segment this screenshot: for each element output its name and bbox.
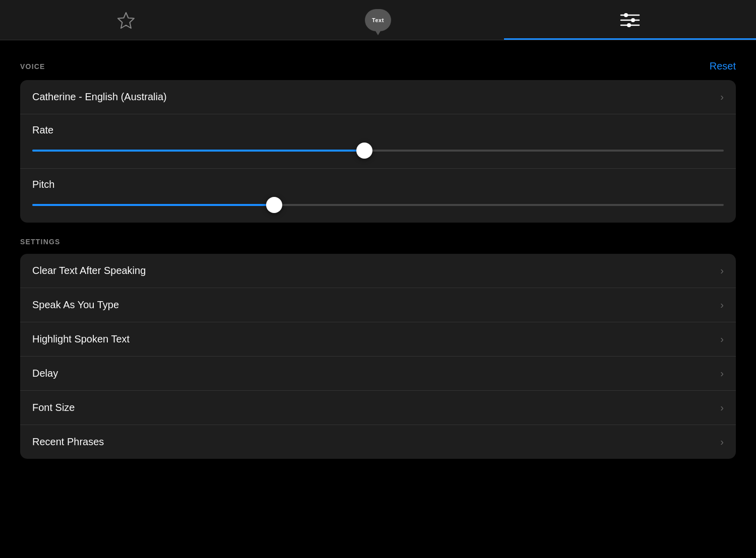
svg-point-2 [624, 13, 628, 17]
sliders-icon [620, 12, 640, 28]
settings-item-font-size[interactable]: Font Size › [20, 391, 736, 425]
voice-chevron-icon: › [720, 91, 724, 103]
settings-item-recent-phrases[interactable]: Recent Phrases › [20, 425, 736, 459]
pitch-slider[interactable] [32, 197, 724, 213]
settings-item-recent-phrases-label: Recent Phrases [32, 436, 104, 448]
settings-item-highlight-spoken-text[interactable]: Highlight Spoken Text › [20, 322, 736, 357]
tab-bar: Text [0, 0, 756, 40]
voice-section-title: VOICE [20, 62, 45, 71]
clear-text-chevron-icon: › [720, 265, 724, 276]
star-icon [117, 11, 135, 29]
settings-item-delay-label: Delay [32, 368, 58, 379]
voice-name-text: Catherine - English (Australia) [32, 91, 167, 103]
voice-section-header: VOICE Reset [20, 60, 736, 72]
rate-fill [32, 150, 364, 152]
delay-chevron-icon: › [720, 368, 724, 379]
rate-thumb[interactable] [356, 143, 372, 159]
rate-slider-row: Rate [20, 114, 736, 169]
pitch-fill [32, 204, 274, 206]
text-bubble-label: Text [372, 17, 384, 23]
tab-favorites[interactable] [0, 0, 252, 40]
rate-label: Rate [32, 124, 724, 136]
tab-text[interactable]: Text [252, 0, 504, 40]
settings-item-highlight-spoken-text-label: Highlight Spoken Text [32, 333, 130, 345]
pitch-track [32, 204, 724, 206]
voice-card: Catherine - English (Australia) › Rate P… [20, 80, 736, 223]
recent-phrases-chevron-icon: › [720, 436, 724, 448]
pitch-thumb[interactable] [266, 197, 282, 213]
rate-track [32, 150, 724, 152]
svg-point-6 [627, 23, 631, 27]
settings-item-delay[interactable]: Delay › [20, 357, 736, 391]
settings-item-speak-as-you-type-label: Speak As You Type [32, 299, 119, 311]
reset-button[interactable]: Reset [710, 60, 736, 72]
settings-item-speak-as-you-type[interactable]: Speak As You Type › [20, 288, 736, 322]
settings-item-clear-text-label: Clear Text After Speaking [32, 265, 146, 276]
pitch-slider-row: Pitch [20, 169, 736, 223]
settings-section-title: SETTINGS [20, 238, 60, 246]
pitch-label: Pitch [32, 179, 724, 190]
highlight-spoken-text-chevron-icon: › [720, 333, 724, 345]
voice-selector-row[interactable]: Catherine - English (Australia) › [20, 80, 736, 114]
speak-as-you-type-chevron-icon: › [720, 299, 724, 311]
tab-settings[interactable] [504, 0, 756, 40]
settings-item-font-size-label: Font Size [32, 402, 75, 413]
settings-section-header: SETTINGS [20, 238, 736, 246]
text-bubble-icon: Text [365, 9, 391, 31]
settings-card: Clear Text After Speaking › Speak As You… [20, 254, 736, 459]
svg-point-4 [631, 18, 635, 22]
main-content: VOICE Reset Catherine - English (Austral… [0, 40, 756, 489]
settings-item-clear-text[interactable]: Clear Text After Speaking › [20, 254, 736, 288]
rate-slider[interactable] [32, 143, 724, 158]
font-size-chevron-icon: › [720, 402, 724, 413]
svg-marker-0 [118, 13, 134, 28]
